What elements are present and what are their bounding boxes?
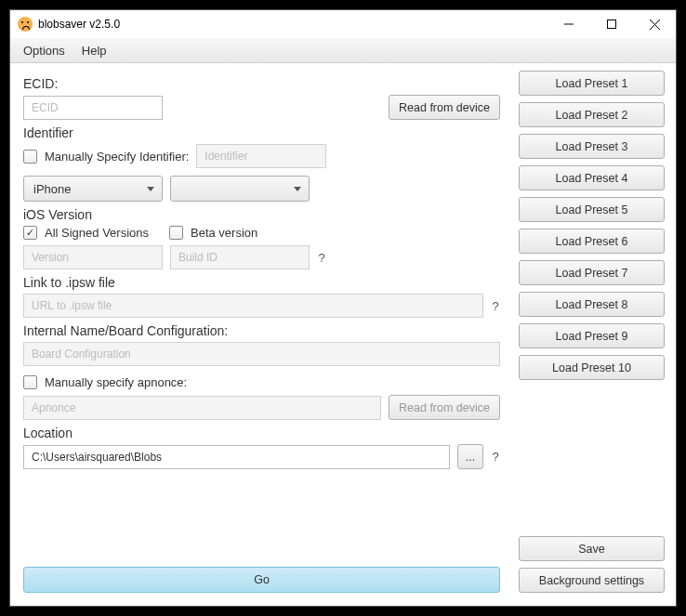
identifier-input (196, 144, 326, 168)
go-button[interactable]: Go (23, 567, 500, 593)
window-controls (547, 10, 676, 38)
manual-apnonce-label: Manually specify apnonce: (45, 375, 187, 389)
version-input (23, 245, 163, 269)
location-input[interactable] (23, 445, 450, 469)
device-type-value: iPhone (33, 182, 71, 196)
board-input (23, 342, 500, 366)
save-button[interactable]: Save (519, 536, 665, 561)
manual-identifier-checkbox[interactable] (23, 150, 37, 164)
beta-label: Beta version (191, 226, 257, 240)
preset-button-2[interactable]: Load Preset 2 (519, 102, 665, 127)
app-icon (18, 17, 33, 32)
version-help-icon[interactable]: ? (317, 251, 326, 265)
ecid-input[interactable] (23, 96, 163, 120)
preset-button-9[interactable]: Load Preset 9 (519, 323, 665, 348)
preset-button-5[interactable]: Load Preset 5 (519, 197, 665, 222)
location-label: Location (23, 426, 500, 440)
all-signed-checkbox[interactable] (23, 226, 37, 240)
location-help-icon[interactable]: ? (491, 450, 500, 464)
preset-button-10[interactable]: Load Preset 10 (519, 355, 665, 380)
ios-version-label: iOS Version (23, 207, 500, 222)
ecid-label: ECID: (23, 76, 500, 91)
manual-identifier-label: Manually Specify Identifier: (45, 150, 189, 164)
svg-rect-1 (608, 20, 616, 29)
menubar: Options Help (10, 38, 676, 63)
apnonce-read-button: Read from device (389, 395, 500, 420)
identifier-label: Identifier (23, 125, 500, 140)
manual-apnonce-checkbox[interactable] (23, 375, 37, 389)
all-signed-label: All Signed Versions (45, 226, 149, 240)
preset-panel: Load Preset 1 Load Preset 2 Load Preset … (513, 63, 676, 606)
browse-button[interactable]: ... (457, 444, 483, 469)
minimize-button[interactable] (547, 10, 590, 38)
main-panel: ECID: Read from device Identifier Manual… (10, 63, 513, 606)
ipsw-url-input (23, 294, 483, 318)
preset-button-4[interactable]: Load Preset 4 (519, 165, 665, 190)
preset-button-6[interactable]: Load Preset 6 (519, 229, 665, 254)
beta-checkbox[interactable] (169, 226, 183, 240)
chevron-down-icon (147, 187, 154, 191)
preset-button-1[interactable]: Load Preset 1 (519, 71, 665, 96)
background-settings-button[interactable]: Background settings (519, 568, 665, 593)
chevron-down-icon (294, 187, 301, 191)
ecid-read-button[interactable]: Read from device (389, 95, 500, 120)
content-area: ECID: Read from device Identifier Manual… (10, 63, 676, 606)
ipsw-help-icon[interactable]: ? (491, 299, 500, 313)
menu-options[interactable]: Options (23, 44, 65, 58)
app-window: blobsaver v2.5.0 Options Help ECID: Read… (9, 9, 677, 607)
device-model-select[interactable] (170, 176, 310, 202)
ipsw-label: Link to .ipsw file (23, 275, 500, 290)
menu-help[interactable]: Help (82, 44, 107, 58)
preset-button-3[interactable]: Load Preset 3 (519, 134, 665, 159)
board-label: Internal Name/Board Configuration: (23, 323, 500, 338)
window-title: blobsaver v2.5.0 (38, 18, 547, 31)
buildid-input (170, 245, 310, 269)
apnonce-input (23, 396, 381, 420)
maximize-button[interactable] (590, 10, 633, 38)
device-type-select[interactable]: iPhone (23, 176, 163, 202)
preset-button-7[interactable]: Load Preset 7 (519, 260, 665, 285)
titlebar: blobsaver v2.5.0 (10, 10, 676, 38)
close-button[interactable] (633, 10, 676, 38)
preset-button-8[interactable]: Load Preset 8 (519, 292, 665, 317)
